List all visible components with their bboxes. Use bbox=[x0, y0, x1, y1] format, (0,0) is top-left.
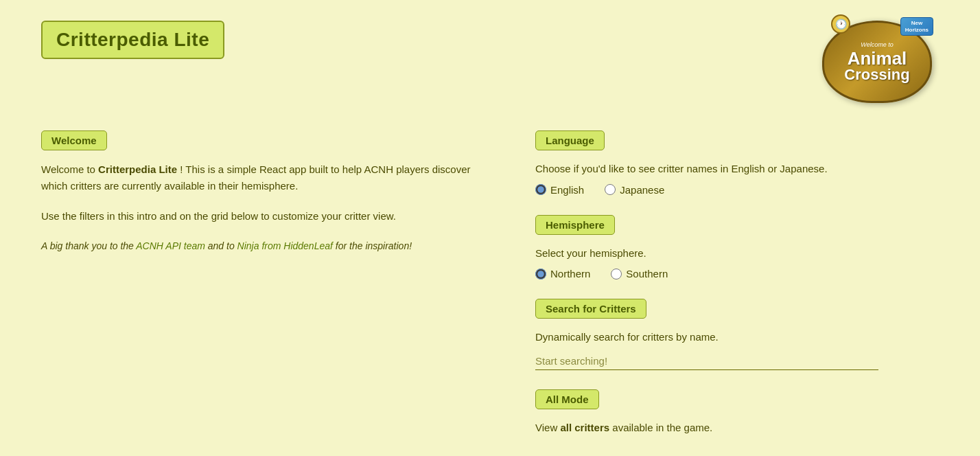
language-badge: Language bbox=[535, 130, 605, 150]
hemisphere-southern-option[interactable]: Southern bbox=[611, 268, 668, 280]
logo-crossing-text: Crossing bbox=[844, 67, 909, 82]
language-radio-group: English Japanese bbox=[535, 184, 878, 196]
hemisphere-radio-group: Northern Southern bbox=[535, 268, 878, 280]
app-title: Critterpedia Lite bbox=[56, 29, 209, 51]
hemisphere-northern-label: Northern bbox=[550, 268, 590, 280]
hemisphere-southern-radio[interactable] bbox=[611, 269, 622, 280]
welcome-text-bold: Critterpedia Lite bbox=[98, 163, 177, 175]
all-mode-text-rest: available in the game. bbox=[612, 422, 712, 433]
hemisphere-northern-radio[interactable] bbox=[535, 269, 546, 280]
logo-badge: NewHorizons bbox=[900, 17, 933, 36]
welcome-text-intro: Welcome to bbox=[41, 163, 98, 175]
all-mode-badge: All Mode bbox=[535, 389, 599, 409]
all-mode-description: View all critters available in the game. bbox=[535, 420, 878, 436]
thank-you-mid: and to bbox=[205, 240, 237, 251]
welcome-badge: Welcome bbox=[41, 130, 107, 150]
clock-icon: 🕐 bbox=[831, 14, 850, 34]
logo-animal-text: Animal bbox=[848, 49, 907, 67]
header: Critterpedia Lite NewHorizons 🕐 Welcome … bbox=[41, 21, 939, 110]
search-description: Dynamically search for critters by name. bbox=[535, 330, 878, 345]
search-badge: Search for Critters bbox=[535, 299, 646, 319]
ninja-link: Ninja from HiddenLeaf bbox=[237, 240, 333, 251]
logo-welcome-text: Welcome to bbox=[861, 41, 893, 48]
search-section: Search for Critters Dynamically search f… bbox=[535, 299, 878, 370]
welcome-paragraph2: Use the filters in this intro and on the… bbox=[41, 208, 480, 225]
hemisphere-section: Hemisphere Select your hemisphere. North… bbox=[535, 215, 878, 280]
thank-you-paragraph: A big thank you to the ACNH API team and… bbox=[41, 238, 480, 253]
all-mode-text-bold: all critters bbox=[560, 422, 609, 433]
welcome-paragraph1: Welcome to Critterpedia Lite ! This is a… bbox=[41, 161, 480, 194]
language-japanese-radio[interactable] bbox=[605, 184, 616, 195]
thank-you-prefix: A big thank you to the bbox=[41, 240, 136, 251]
acnh-api-link: ACNH API team bbox=[136, 240, 205, 251]
app-title-box: Critterpedia Lite bbox=[41, 21, 224, 59]
language-japanese-option[interactable]: Japanese bbox=[605, 184, 664, 196]
right-panel: Language Choose if you'd like to see cri… bbox=[535, 130, 878, 455]
search-input[interactable] bbox=[535, 352, 878, 370]
language-english-option[interactable]: English bbox=[535, 184, 584, 196]
hemisphere-northern-option[interactable]: Northern bbox=[535, 268, 590, 280]
thank-you-text: A big thank you to the ACNH API team and… bbox=[41, 240, 412, 251]
hemisphere-badge: Hemisphere bbox=[535, 215, 615, 235]
language-english-radio[interactable] bbox=[535, 184, 546, 195]
hemisphere-description: Select your hemisphere. bbox=[535, 246, 878, 262]
language-japanese-label: Japanese bbox=[620, 184, 664, 196]
main-content: Welcome Welcome to Critterpedia Lite ! T… bbox=[41, 130, 939, 455]
page-container: Critterpedia Lite NewHorizons 🕐 Welcome … bbox=[0, 0, 980, 456]
logo-container: NewHorizons 🕐 Welcome to Animal Crossing bbox=[822, 21, 939, 110]
logo-background: NewHorizons 🕐 Welcome to Animal Crossing bbox=[822, 21, 932, 103]
all-mode-text-prefix: View bbox=[535, 422, 560, 433]
all-mode-section: All Mode View all critters available in … bbox=[535, 389, 878, 436]
language-english-label: English bbox=[550, 184, 584, 196]
hemisphere-southern-label: Southern bbox=[626, 268, 668, 280]
language-section: Language Choose if you'd like to see cri… bbox=[535, 130, 878, 196]
thank-you-suffix: for the inspiration! bbox=[333, 240, 412, 251]
language-description: Choose if you'd like to see critter name… bbox=[535, 161, 878, 177]
left-panel: Welcome Welcome to Critterpedia Lite ! T… bbox=[41, 130, 480, 455]
